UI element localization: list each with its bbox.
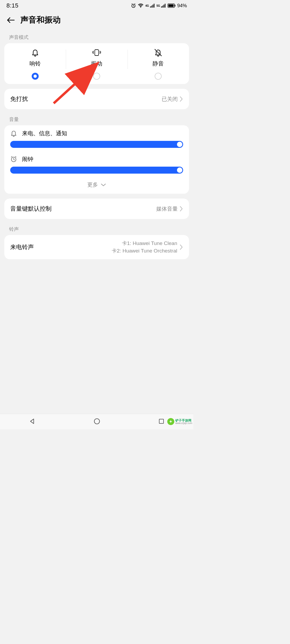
square-recent-icon bbox=[158, 418, 165, 425]
signal-5g-icon bbox=[161, 3, 166, 8]
signal-4g-icon bbox=[150, 3, 155, 8]
svg-rect-8 bbox=[165, 4, 165, 8]
chevron-right-icon bbox=[179, 96, 183, 102]
dnd-card[interactable]: 免打扰 已关闭 bbox=[4, 89, 189, 109]
svg-rect-7 bbox=[164, 5, 164, 8]
chevron-right-icon bbox=[179, 244, 183, 250]
header: 声音和振动 bbox=[0, 11, 193, 32]
vibrate-icon bbox=[91, 49, 102, 57]
status-right: 4G 5G 94% bbox=[131, 3, 187, 9]
signal-5g-label: 5G bbox=[157, 4, 160, 7]
bell-icon bbox=[31, 48, 39, 57]
bell-off-icon bbox=[154, 48, 162, 57]
dnd-title: 免打扰 bbox=[10, 95, 28, 103]
mode-ring[interactable]: 响铃 bbox=[4, 48, 66, 80]
svg-rect-1 bbox=[150, 6, 151, 8]
volume-button-default-card[interactable]: 音量键默认控制 媒体音量 bbox=[4, 199, 189, 219]
battery-percent: 94% bbox=[177, 3, 187, 9]
bell-outline-icon bbox=[10, 130, 17, 137]
volume-alarm-slider[interactable] bbox=[10, 167, 183, 174]
svg-rect-11 bbox=[175, 5, 175, 6]
watermark-logo-icon: ✦ bbox=[167, 418, 174, 425]
volume-more-label: 更多 bbox=[87, 181, 98, 188]
svg-rect-2 bbox=[151, 6, 152, 8]
volume-calls-slider[interactable] bbox=[10, 141, 183, 148]
vol-button-value: 媒体音量 bbox=[156, 205, 178, 213]
svg-rect-4 bbox=[154, 4, 154, 8]
arrow-left-icon bbox=[7, 16, 15, 24]
triangle-back-icon bbox=[29, 418, 36, 425]
nav-recent[interactable] bbox=[158, 418, 165, 426]
chevron-down-icon bbox=[101, 183, 106, 187]
page-title: 声音和振动 bbox=[20, 14, 61, 25]
circle-home-icon bbox=[93, 418, 100, 425]
nav-back[interactable] bbox=[29, 418, 36, 426]
sound-mode-card: 响铃 振动 静音 bbox=[4, 43, 189, 84]
volume-alarm-label: 闹钟 bbox=[22, 155, 33, 163]
nav-home[interactable] bbox=[93, 418, 100, 426]
svg-rect-12 bbox=[95, 50, 99, 56]
ringtone-sim2: 卡2: Huawei Tune Orchestral bbox=[112, 247, 177, 254]
svg-rect-16 bbox=[159, 419, 164, 423]
volume-card: 来电、信息、通知 闹钟 更多 bbox=[4, 125, 189, 194]
ringtone-title: 来电铃声 bbox=[10, 243, 34, 251]
mode-silent[interactable]: 静音 bbox=[128, 48, 189, 80]
svg-point-15 bbox=[94, 419, 100, 424]
battery-icon bbox=[168, 3, 176, 8]
svg-rect-6 bbox=[162, 6, 163, 8]
status-bar: 8:15 4G 5G 94% bbox=[0, 0, 193, 11]
watermark-name: 铲子手游网 bbox=[175, 419, 192, 422]
section-sound-mode-label: 声音模式 bbox=[0, 32, 193, 43]
dnd-value: 已关闭 bbox=[162, 96, 178, 103]
svg-rect-10 bbox=[168, 4, 173, 7]
watermark: ✦ 铲子手游网 www.czjxjc.com bbox=[166, 418, 193, 426]
chevron-right-icon bbox=[179, 206, 183, 212]
volume-calls: 来电、信息、通知 bbox=[4, 125, 189, 151]
mode-ring-radio[interactable] bbox=[32, 73, 39, 80]
section-ringtone-label: 铃声 bbox=[0, 224, 193, 235]
signal-4g-label: 4G bbox=[145, 4, 149, 7]
mode-vibrate-label: 振动 bbox=[91, 60, 102, 67]
back-button[interactable] bbox=[6, 16, 15, 24]
mode-silent-label: 静音 bbox=[153, 60, 164, 67]
watermark-url: www.czjxjc.com bbox=[175, 422, 192, 425]
mode-ring-label: 响铃 bbox=[30, 60, 41, 67]
svg-rect-5 bbox=[161, 6, 162, 8]
system-nav-bar bbox=[0, 414, 193, 429]
svg-rect-3 bbox=[153, 5, 153, 8]
vol-button-title: 音量键默认控制 bbox=[10, 205, 52, 213]
mode-vibrate-radio[interactable] bbox=[93, 73, 100, 80]
ringtone-sim1: 卡1: Huawei Tune Clean bbox=[122, 240, 177, 247]
volume-calls-label: 来电、信息、通知 bbox=[22, 130, 67, 137]
status-time: 8:15 bbox=[6, 2, 19, 9]
section-volume-label: 音量 bbox=[0, 114, 193, 125]
volume-alarm: 闹钟 bbox=[4, 151, 189, 177]
wifi-icon bbox=[138, 3, 144, 8]
ringtone-card[interactable]: 来电铃声 卡1: Huawei Tune Clean 卡2: Huawei Tu… bbox=[4, 235, 189, 259]
mode-silent-radio[interactable] bbox=[155, 73, 162, 80]
volume-more[interactable]: 更多 bbox=[4, 177, 189, 194]
alarm-icon bbox=[131, 3, 136, 8]
alarm-outline-icon bbox=[10, 156, 17, 163]
mode-vibrate[interactable]: 振动 bbox=[66, 48, 127, 80]
